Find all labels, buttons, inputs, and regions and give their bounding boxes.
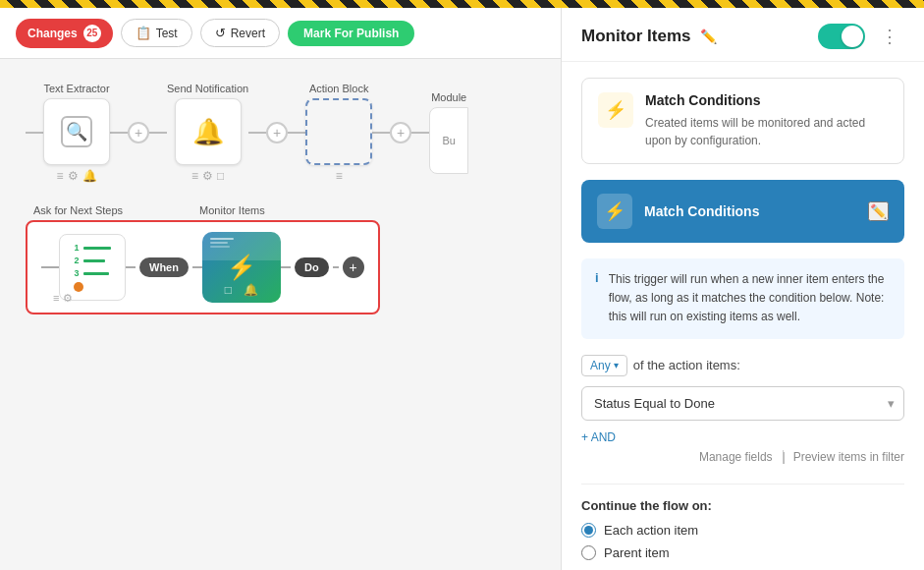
dot-icon	[74, 282, 83, 292]
module-box[interactable]: Bu	[429, 107, 468, 174]
upper-flow-row: Text Extractor 🔍 ≡ ⚙ 🔔 +	[16, 75, 545, 183]
action-block-node: Action Block ≡	[305, 83, 372, 183]
match-icon-selected: ⚡	[597, 194, 632, 229]
lightning-icon: ⚡	[227, 254, 256, 281]
line3	[372, 132, 390, 134]
ask-row-2: 2	[74, 256, 104, 265]
ask-tools: ≡ ⚙	[53, 292, 73, 305]
ask-gear-icon[interactable]: ⚙	[63, 292, 73, 305]
any-dropdown[interactable]: Any ▾	[581, 355, 627, 376]
status-dropdown-wrapper: Status Equal to Done Status Equal to In …	[581, 386, 904, 421]
do-badge[interactable]: Do	[295, 257, 329, 277]
revert-button[interactable]: ↺ Revert	[200, 19, 280, 47]
ask-filter-icon[interactable]: ≡	[53, 292, 59, 305]
monitor-square-icon[interactable]: □	[225, 283, 232, 297]
bell-icon-small[interactable]: 🔔	[82, 169, 97, 183]
group-line-in	[41, 266, 59, 268]
action-block-box[interactable]	[305, 98, 372, 165]
radio-each-item[interactable]	[581, 523, 596, 538]
changes-label: Changes	[27, 27, 78, 40]
toggle-switch[interactable]	[818, 24, 865, 49]
monitor-bell-icon[interactable]: 🔔	[244, 283, 258, 297]
panel-title: Monitor Items ✏️	[581, 27, 719, 46]
match-heading-selected: Match Conditions	[644, 203, 759, 219]
when-line2	[192, 266, 202, 268]
radio-parent-label: Parent item	[604, 545, 669, 560]
any-label: Any	[590, 359, 611, 372]
match-edit-button[interactable]: ✏️	[868, 201, 889, 221]
lightning-icon-selected: ⚡	[604, 200, 625, 222]
changes-button[interactable]: Changes 25	[16, 19, 113, 48]
connector2: +	[248, 122, 305, 143]
match-card-selected[interactable]: ⚡ Match Conditions ✏️	[581, 180, 904, 243]
module-label: Module	[431, 91, 466, 103]
match-icon-top: ⚡	[598, 92, 633, 128]
add-btn-1[interactable]: +	[128, 122, 149, 143]
info-section: i This trigger will run when a new inner…	[581, 258, 904, 339]
do-line1	[281, 266, 291, 268]
match-description-top: Created items will be monitored and acte…	[645, 114, 888, 149]
line1b	[149, 132, 167, 134]
filter-links: Manage fields | Preview items in filter	[581, 450, 904, 464]
group-incoming	[41, 266, 59, 268]
bell-icon: 🔔	[192, 117, 224, 147]
ask-node-box[interactable]: 1 2 3	[59, 234, 126, 301]
canvas-area: Changes 25 📋 Test ↺ Revert Mark For Publ…	[0, 8, 561, 570]
toggle-thumb	[842, 26, 863, 47]
stripe3	[210, 246, 230, 248]
filter-icon-2[interactable]: ≡	[191, 169, 198, 183]
text-extractor-node: Text Extractor 🔍 ≡ ⚙ 🔔	[43, 83, 110, 183]
status-dropdown[interactable]: Status Equal to Done Status Equal to In …	[581, 386, 904, 421]
text-extractor-label: Text Extractor	[43, 83, 109, 94]
panel-title-text: Monitor Items	[581, 27, 690, 46]
match-heading-top: Match Conditions	[645, 92, 888, 108]
notification-tools: ≡ ⚙ □	[191, 169, 224, 183]
radio-each-label: Each action item	[604, 523, 698, 538]
match-card-top: ⚡ Match Conditions Created items will be…	[581, 78, 904, 164]
right-panel: Monitor Items ✏️ ⋮ ⚡ Match Conditions Cr…	[561, 8, 924, 570]
lower-flow-area: Ask for Next Steps Monitor Items 1	[16, 199, 545, 314]
ellipsis-menu-button[interactable]: ⋮	[875, 24, 904, 49]
incoming-connector	[26, 132, 43, 134]
when-badge[interactable]: When	[139, 257, 189, 277]
action-block-label: Action Block	[309, 83, 369, 94]
when-connector: When	[126, 257, 202, 277]
monitor-node-box[interactable]: ⚡ □ 🔔	[202, 232, 281, 303]
test-button[interactable]: 📋 Test	[121, 19, 192, 47]
filter-icon[interactable]: ≡	[56, 169, 63, 183]
ask-row-3: 3	[74, 268, 108, 278]
continue-section: Continue the flow on: Each action item P…	[581, 484, 904, 560]
send-notification-box[interactable]: 🔔	[175, 98, 242, 165]
publish-button[interactable]: Mark For Publish	[288, 21, 414, 46]
app-layout: Changes 25 📋 Test ↺ Revert Mark For Publ…	[0, 8, 924, 570]
filter-icon-3[interactable]: ≡	[336, 169, 343, 183]
preview-link[interactable]: Preview items in filter	[793, 450, 904, 464]
radio-parent-item[interactable]	[581, 545, 596, 560]
gear-icon-2[interactable]: ⚙	[202, 169, 213, 183]
text-extractor-box[interactable]: 🔍	[43, 98, 110, 165]
connector1: +	[110, 122, 167, 143]
search-icon: 🔍	[61, 116, 92, 147]
match-card-content-top: Match Conditions Created items will be m…	[645, 92, 888, 149]
square-icon[interactable]: □	[217, 169, 224, 183]
manage-fields-link[interactable]: Manage fields	[699, 450, 773, 464]
gear-icon[interactable]: ⚙	[68, 169, 79, 183]
stripe1	[210, 238, 234, 240]
connector-line	[26, 132, 43, 134]
line2b	[288, 132, 305, 134]
and-button[interactable]: + AND	[581, 430, 616, 444]
add-btn-3[interactable]: +	[390, 122, 411, 143]
list-line-1	[83, 247, 111, 250]
monitor-bottom-icons: □ 🔔	[225, 283, 258, 297]
when-line1	[126, 266, 136, 268]
add-btn-group[interactable]: +	[343, 256, 364, 278]
list-line-2	[83, 259, 105, 262]
add-btn-2[interactable]: +	[266, 122, 288, 143]
monitor-stripes	[210, 238, 234, 248]
panel-title-edit-button[interactable]: ✏️	[698, 27, 719, 46]
connector3: +	[372, 122, 429, 143]
ask-icon: 1 2 3	[70, 239, 114, 296]
action-tools: ≡	[336, 169, 343, 183]
panel-body: ⚡ Match Conditions Created items will be…	[562, 62, 924, 570]
continue-label: Continue the flow on:	[581, 498, 904, 513]
